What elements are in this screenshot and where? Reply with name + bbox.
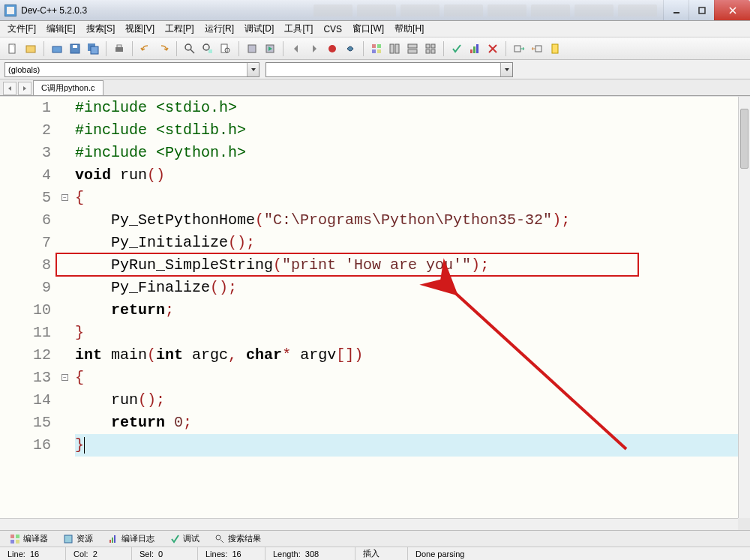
tab-next-button[interactable] (18, 82, 32, 95)
tab-search-results[interactable]: 搜索结果 (208, 531, 268, 547)
svg-rect-36 (552, 44, 558, 53)
status-length-label: Length: (273, 550, 301, 559)
svg-rect-19 (372, 44, 376, 48)
svg-rect-22 (377, 49, 381, 53)
undo-button[interactable] (137, 40, 154, 57)
grid2-button[interactable] (386, 40, 403, 57)
svg-rect-40 (10, 540, 14, 544)
status-col-label: Col: (74, 550, 88, 559)
tab-compile-log[interactable]: 编译日志 (101, 531, 161, 547)
file-tab-label: C调用python.c (41, 82, 95, 94)
svg-rect-42 (64, 535, 72, 543)
next-button[interactable] (306, 40, 322, 57)
svg-point-12 (203, 44, 209, 50)
maximize-button[interactable] (688, 0, 714, 20)
file-tab[interactable]: C调用python.c (33, 80, 104, 95)
menu-run[interactable]: 运行[R] (200, 21, 238, 37)
svg-point-11 (185, 44, 191, 50)
svg-rect-10 (117, 45, 122, 47)
grid1-button[interactable] (368, 40, 385, 57)
svg-rect-33 (476, 44, 478, 53)
new-project-button[interactable] (22, 40, 39, 57)
svg-rect-43 (110, 540, 111, 543)
member-combobox[interactable] (266, 62, 513, 77)
grid4-button[interactable] (422, 40, 439, 57)
breakpoint-button[interactable] (324, 40, 340, 57)
code-editor[interactable]: 12345678910111213141516 −− #include <std… (0, 96, 750, 530)
open-button[interactable] (49, 40, 65, 57)
menu-tools[interactable]: 工具[T] (280, 21, 317, 37)
tab-resources[interactable]: 资源 (56, 531, 100, 547)
svg-rect-1 (699, 7, 705, 13)
chevron-down-icon (500, 63, 512, 76)
minimize-button[interactable] (663, 0, 688, 20)
status-bar: Line: 16 Col: 2 Sel: 0 Lines: 16 Length:… (0, 547, 750, 560)
status-lines-label: Lines: (206, 550, 227, 559)
svg-rect-41 (16, 540, 20, 544)
menu-window[interactable]: 窗口[W] (348, 21, 388, 37)
save-button[interactable] (67, 40, 83, 57)
toolbar (0, 37, 750, 60)
status-line-value: 16 (30, 550, 39, 559)
svg-rect-24 (395, 44, 399, 53)
close-button[interactable] (714, 0, 750, 20)
app-icon (4, 4, 16, 16)
vertical-scrollbar[interactable] (738, 97, 750, 518)
replace-button[interactable] (200, 40, 216, 57)
prev-button[interactable] (288, 40, 304, 57)
horizontal-scrollbar[interactable] (0, 518, 738, 530)
debug-button[interactable] (342, 40, 358, 57)
editor-tabs: C调用python.c (0, 79, 750, 96)
svg-point-46 (216, 535, 220, 540)
scope-combobox[interactable]: (globals) (4, 62, 260, 77)
status-col-value: 2 (93, 550, 98, 559)
goto-button[interactable] (511, 40, 527, 57)
compile-button[interactable] (244, 40, 260, 57)
save-all-button[interactable] (85, 40, 101, 57)
profile-button[interactable] (466, 40, 483, 57)
menu-edit[interactable]: 编辑[E] (42, 21, 80, 37)
menu-search[interactable]: 搜索[S] (82, 21, 120, 37)
status-parse: Done parsing (416, 550, 464, 559)
run-button[interactable] (262, 40, 278, 57)
redo-button[interactable] (155, 40, 172, 57)
svg-rect-34 (514, 46, 520, 52)
svg-rect-23 (390, 44, 394, 53)
bookmark-button[interactable] (547, 40, 563, 57)
svg-rect-4 (52, 46, 62, 52)
svg-rect-45 (114, 535, 116, 543)
status-lines-value: 16 (232, 550, 241, 559)
code-area[interactable]: #include <stdio.h>#include <stdlib.h>#in… (75, 97, 750, 457)
svg-rect-6 (73, 45, 77, 48)
window-controls (663, 0, 750, 20)
svg-rect-38 (10, 535, 14, 538)
check-button[interactable] (448, 40, 465, 57)
menu-help[interactable]: 帮助[H] (390, 21, 428, 37)
svg-rect-30 (431, 49, 435, 53)
tab-compiler[interactable]: 编译器 (3, 531, 55, 547)
annotation-highlight-box (56, 253, 639, 277)
menu-project[interactable]: 工程[P] (160, 21, 199, 37)
find-in-files-button[interactable] (218, 40, 234, 57)
tab-prev-button[interactable] (3, 82, 16, 95)
svg-rect-29 (426, 49, 430, 53)
status-sel-value: 0 (158, 550, 163, 559)
menu-file[interactable]: 文件[F] (3, 21, 40, 37)
find-button[interactable] (182, 40, 198, 57)
delete-button[interactable] (484, 40, 501, 57)
tab-debug[interactable]: 调试 (163, 531, 206, 547)
svg-rect-35 (536, 46, 542, 52)
scope-value: (globals) (8, 65, 40, 74)
back-button[interactable] (529, 40, 545, 57)
menu-cvs[interactable]: CVS (319, 22, 346, 36)
svg-rect-0 (674, 12, 680, 13)
svg-rect-25 (408, 44, 417, 48)
svg-rect-20 (377, 44, 381, 48)
menu-view[interactable]: 视图[V] (121, 21, 159, 37)
new-file-button[interactable] (4, 40, 21, 57)
grid3-button[interactable] (404, 40, 421, 57)
svg-rect-21 (372, 49, 376, 53)
print-button[interactable] (111, 40, 128, 57)
menu-debug[interactable]: 调试[D] (240, 21, 278, 37)
svg-rect-8 (91, 46, 98, 54)
